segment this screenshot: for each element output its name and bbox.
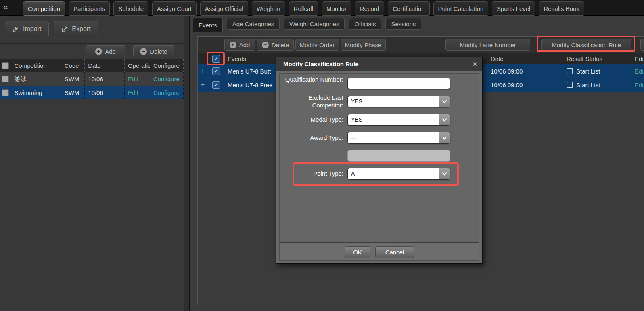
tab-sports-level[interactable]: Sports Level xyxy=(492,1,535,16)
modify-classification-rule-label: Modify Classification Rule xyxy=(552,42,621,48)
modify-order-label: Modify Order xyxy=(300,42,335,48)
import-button[interactable]: Import xyxy=(5,21,49,37)
configure-link[interactable]: Configure xyxy=(153,76,180,82)
col-code: Code xyxy=(61,59,85,72)
result-status-label: Start List xyxy=(576,82,600,88)
point-type-label: Point Type: xyxy=(280,170,343,178)
event-checkbox[interactable]: ✓ xyxy=(212,67,220,75)
event-date: 10/06 09:00 xyxy=(487,78,563,92)
table-row[interactable]: 游泳 SWM 10/06 Edit Configure xyxy=(0,72,184,86)
modify-classification-rule-dialog: Modify Classification Rule ✕ Qualificati… xyxy=(276,57,483,264)
tab-schedule[interactable]: Schedule xyxy=(113,1,148,16)
chevron-down-icon[interactable] xyxy=(439,168,450,179)
tab-events[interactable]: Events xyxy=(193,18,223,32)
modify-phase-button[interactable]: Modify Phase xyxy=(341,39,386,51)
competition-name: 游泳 xyxy=(11,72,61,86)
qualification-number-label: Qualification Number: xyxy=(280,76,343,84)
table-row-selected[interactable]: Swimming SWM 10/06 Edit Configure xyxy=(0,86,184,99)
row-checkbox[interactable] xyxy=(2,89,9,96)
modify-lane-number-label: Modify Lane Number xyxy=(460,42,516,48)
event-checkbox[interactable]: ✓ xyxy=(212,81,220,89)
edit-link[interactable]: Edit xyxy=(128,76,138,82)
competition-code: SWM xyxy=(61,72,85,86)
chevron-down-icon[interactable] xyxy=(439,96,450,107)
edit-link[interactable]: Edit xyxy=(635,68,644,75)
tab-age-categories[interactable]: Age Categories xyxy=(227,18,280,30)
tab-participants[interactable]: Participants xyxy=(69,1,110,16)
point-type-select[interactable]: A xyxy=(347,168,450,180)
tab-rollcall[interactable]: Rollcall xyxy=(289,1,318,16)
dialog-title-bar[interactable]: Modify Classification Rule ✕ xyxy=(276,57,482,71)
tab-sessions[interactable]: Sessions xyxy=(385,18,421,30)
award-type-label: Award Type: xyxy=(280,134,343,142)
events-add-button[interactable]: + Add xyxy=(224,39,255,51)
tab-assign-official[interactable]: Assign Official xyxy=(200,1,248,16)
disabled-input xyxy=(347,150,450,162)
competition-code: SWM xyxy=(61,86,85,99)
expand-icon[interactable]: + xyxy=(201,67,205,75)
dialog-body: Qualification Number: Exclude Last Compe… xyxy=(279,73,479,261)
col-date: Date xyxy=(85,59,125,72)
plus-circle-icon: + xyxy=(230,42,236,48)
events-panel-tabs: Events Age Categories Weight Categories … xyxy=(193,18,421,32)
competition-list-panel: Import Export + Add − Delete Competition… xyxy=(0,16,184,311)
configure-link[interactable]: Configure xyxy=(153,89,180,96)
chevron-down-icon[interactable] xyxy=(439,114,450,125)
competition-table: Competition Code Date Operation Configur… xyxy=(0,59,184,99)
export-button[interactable]: Export xyxy=(54,21,98,37)
expand-column-header xyxy=(198,53,208,64)
panel-divider-scrollbar[interactable] xyxy=(184,16,190,311)
plus-circle-icon: + xyxy=(95,48,102,55)
tab-assign-court[interactable]: Assign Court xyxy=(152,1,197,16)
modify-lane-number-button[interactable]: Modify Lane Number xyxy=(445,39,530,51)
competition-name: Swimming xyxy=(11,86,61,99)
tab-officials[interactable]: Officials xyxy=(349,18,381,30)
edit-link[interactable]: Edit xyxy=(635,82,644,88)
exclude-last-competitor-select[interactable]: YES xyxy=(347,96,450,107)
add-label: Add xyxy=(239,42,250,48)
tab-monitor[interactable]: Monitor xyxy=(322,1,351,16)
chevron-down-icon[interactable] xyxy=(439,132,450,143)
tab-certification[interactable]: Certification xyxy=(388,1,429,16)
competition-delete-button[interactable]: − Delete xyxy=(133,45,174,57)
medal-type-select[interactable]: YES xyxy=(347,114,450,126)
exclude-last-competitor-label: Exclude Last Competitor: xyxy=(280,94,343,109)
tab-competition[interactable]: Competition xyxy=(23,1,65,16)
collapse-sidebar-icon[interactable]: « xyxy=(3,2,8,13)
top-nav-tabs: Competition Participants Schedule Assign… xyxy=(23,1,584,16)
result-status-checkbox[interactable] xyxy=(567,68,573,74)
close-icon[interactable]: ✕ xyxy=(472,61,477,68)
tab-weigh-in[interactable]: Weigh-in xyxy=(252,1,285,16)
events-toolbar: + Add − Delete Modify Order Modify Phase… xyxy=(198,37,644,53)
tab-weight-categories[interactable]: Weight Categories xyxy=(284,18,345,30)
modify-phase-label: Modify Phase xyxy=(345,42,382,48)
edit-link[interactable]: Edit xyxy=(128,89,138,96)
import-icon xyxy=(13,26,19,33)
ok-button[interactable]: OK xyxy=(345,246,370,258)
partial-toolbar-button[interactable] xyxy=(640,39,644,51)
cancel-button[interactable]: Cancel xyxy=(375,246,414,258)
qualification-number-input[interactable] xyxy=(347,78,450,89)
select-value: A xyxy=(351,170,355,177)
competition-add-button[interactable]: + Add xyxy=(86,45,125,57)
import-label: Import xyxy=(23,25,41,33)
tab-point-calculation[interactable]: Point Calculation xyxy=(433,1,489,16)
col-operation: Operation xyxy=(125,59,150,72)
col-configure: Configure xyxy=(150,59,184,72)
delete-label: Delete xyxy=(272,42,289,48)
modify-order-button[interactable]: Modify Order xyxy=(295,39,339,51)
result-status-checkbox[interactable] xyxy=(567,82,573,88)
select-all-events-checkbox[interactable]: ✓ xyxy=(212,55,220,63)
col-competition: Competition xyxy=(11,59,61,72)
export-label: Export xyxy=(72,25,90,33)
events-delete-button[interactable]: − Delete xyxy=(257,39,294,51)
tab-results-book[interactable]: Results Book xyxy=(539,1,584,16)
expand-icon[interactable]: + xyxy=(201,81,205,88)
award-type-select[interactable]: --- xyxy=(347,132,450,144)
result-status-label: Start List xyxy=(576,68,600,75)
tab-record[interactable]: Record xyxy=(355,1,384,16)
select-all-checkbox[interactable] xyxy=(2,62,9,69)
competition-table-header: Competition Code Date Operation Configur… xyxy=(0,59,184,72)
modify-classification-rule-button[interactable]: Modify Classification Rule xyxy=(541,39,631,51)
row-checkbox[interactable] xyxy=(2,76,9,82)
